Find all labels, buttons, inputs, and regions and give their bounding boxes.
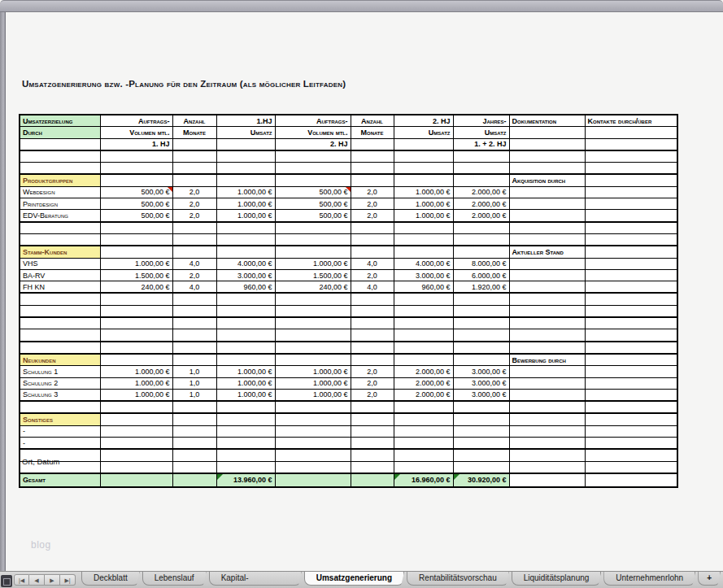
first-sheet-icon[interactable]: |◀ (14, 574, 29, 586)
table-cell[interactable] (20, 342, 100, 354)
table-cell[interactable] (172, 413, 216, 425)
table-cell[interactable] (100, 413, 172, 425)
table-cell[interactable] (394, 413, 453, 425)
table-cell[interactable] (585, 258, 677, 269)
table-cell[interactable] (394, 293, 453, 305)
table-cell[interactable] (100, 246, 172, 258)
table-cell[interactable]: 1.000,00 € (394, 186, 453, 198)
table-cell[interactable] (453, 246, 509, 258)
table-cell[interactable]: 500,00 € (100, 186, 172, 198)
table-cell[interactable]: 3.000,00 € (394, 269, 453, 281)
table-cell[interactable]: 500,00 € (100, 198, 172, 210)
table-cell[interactable] (172, 449, 216, 461)
table-cell[interactable]: 1. + 2. HJ (453, 138, 509, 150)
table-cell[interactable]: 1,0 (172, 389, 216, 401)
table-cell[interactable] (20, 163, 100, 175)
table-cell[interactable]: 4,0 (351, 281, 394, 294)
table-cell[interactable] (216, 438, 275, 450)
table-cell[interactable] (20, 317, 100, 329)
table-cell[interactable]: 2,0 (172, 269, 216, 281)
table-cell[interactable] (453, 342, 509, 354)
table-cell[interactable] (20, 233, 100, 246)
table-cell[interactable]: 3.000,00 € (453, 389, 509, 401)
table-cell[interactable]: 240,00 € (275, 281, 351, 294)
table-cell[interactable] (100, 354, 172, 366)
table-cell[interactable] (509, 317, 585, 329)
table-cell[interactable] (453, 293, 509, 305)
table-cell[interactable] (20, 293, 100, 305)
table-cell[interactable] (172, 222, 216, 234)
table-cell[interactable]: 1.000,00 € (100, 377, 172, 389)
table-cell[interactable] (509, 233, 585, 246)
table-cell[interactable]: 1.HJ (216, 115, 275, 127)
window-titlebar[interactable] (0, 0, 723, 12)
table-cell[interactable] (216, 233, 275, 246)
table-cell[interactable] (453, 461, 509, 473)
table-cell[interactable] (216, 425, 275, 437)
table-cell[interactable] (20, 150, 100, 163)
table-cell[interactable]: 1,0 (172, 366, 216, 377)
table-cell[interactable] (351, 246, 394, 258)
table-cell[interactable] (585, 198, 677, 210)
table-cell[interactable] (585, 401, 677, 413)
table-cell[interactable] (509, 186, 585, 198)
table-cell[interactable] (394, 425, 453, 437)
table-cell[interactable] (509, 401, 585, 413)
table-cell[interactable] (509, 329, 585, 342)
table-cell[interactable] (275, 233, 351, 246)
table-cell[interactable] (509, 305, 585, 317)
table-cell[interactable] (351, 317, 394, 329)
table-cell[interactable] (216, 174, 275, 186)
table-cell[interactable]: Umsatz (394, 127, 453, 138)
table-cell[interactable] (585, 438, 677, 450)
table-cell[interactable] (275, 354, 351, 366)
table-cell[interactable] (453, 222, 509, 234)
table-cell[interactable]: Printdesign (20, 198, 100, 210)
table-cell[interactable]: 1.000,00 € (275, 258, 351, 269)
table-cell[interactable]: Auftrags- (100, 115, 172, 127)
table-cell[interactable]: 1.000,00 € (100, 389, 172, 401)
table-cell[interactable] (509, 342, 585, 354)
table-cell[interactable] (351, 413, 394, 425)
table-cell[interactable] (100, 425, 172, 437)
table-cell[interactable]: 6.000,00 € (453, 269, 509, 281)
table-cell[interactable]: 2,0 (172, 198, 216, 210)
table-cell[interactable] (100, 150, 172, 163)
table-cell[interactable]: 1.000,00 € (216, 366, 275, 377)
table-cell[interactable]: 4,0 (351, 258, 394, 269)
table-cell[interactable] (585, 473, 677, 487)
table-cell[interactable] (216, 138, 275, 150)
table-cell[interactable] (172, 246, 216, 258)
table-cell[interactable] (351, 425, 394, 437)
table-cell[interactable] (275, 163, 351, 175)
table-cell[interactable] (172, 461, 216, 473)
table-cell[interactable] (351, 174, 394, 186)
section-label-cell[interactable]: Produktgruppen (20, 174, 100, 186)
table-cell[interactable]: 1.000,00 € (100, 366, 172, 377)
table-cell[interactable] (509, 150, 585, 163)
table-cell[interactable] (216, 163, 275, 175)
table-cell[interactable] (275, 449, 351, 461)
table-cell[interactable]: Umsatz (216, 127, 275, 138)
table-cell[interactable] (275, 246, 351, 258)
table-cell[interactable]: 4.000,00 € (216, 258, 275, 269)
section-label-cell[interactable]: Neukunden (20, 354, 100, 366)
table-cell[interactable]: 13.960,00 € (216, 473, 275, 487)
sheet-tab-deckblatt[interactable]: Deckblatt (81, 572, 140, 586)
table-cell[interactable] (394, 329, 453, 342)
table-cell[interactable] (275, 342, 351, 354)
table-cell[interactable]: 240,00 € (100, 281, 172, 294)
table-cell[interactable] (509, 222, 585, 234)
table-cell[interactable] (585, 329, 677, 342)
table-cell[interactable]: 2.000,00 € (394, 377, 453, 389)
table-cell[interactable]: Webdesign (20, 186, 100, 198)
table-cell[interactable] (585, 210, 677, 222)
table-cell[interactable]: 2.000,00 € (453, 210, 509, 222)
table-cell[interactable]: 1.000,00 € (216, 210, 275, 222)
table-cell[interactable] (351, 163, 394, 175)
table-cell[interactable] (20, 401, 100, 413)
table-cell[interactable] (585, 127, 677, 138)
table-cell[interactable]: 2,0 (351, 210, 394, 222)
table-cell[interactable] (394, 174, 453, 186)
table-cell[interactable] (100, 461, 172, 473)
